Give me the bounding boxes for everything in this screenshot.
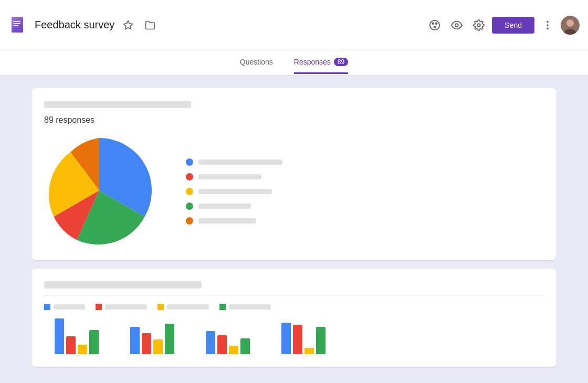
svg-rect-2: [14, 21, 20, 22]
palette-button[interactable]: [426, 16, 444, 34]
svg-point-16: [547, 24, 549, 26]
chart-row: [44, 135, 544, 248]
svg-point-11: [436, 23, 437, 24]
legend-item-2: [186, 173, 282, 180]
bar-1-3: [78, 345, 87, 354]
card1-title-skeleton: [44, 101, 191, 108]
legend-label-4: [198, 204, 251, 209]
pie-legend: [186, 158, 282, 225]
bar-3-4: [240, 338, 250, 354]
legend-label-5: [198, 218, 256, 224]
svg-rect-1: [12, 17, 23, 33]
bar-chart-header: [44, 281, 544, 289]
svg-rect-7: [13, 25, 14, 26]
bar-4-4: [316, 327, 326, 354]
bar-chart-card: [32, 269, 556, 367]
bar-group-1: [55, 318, 99, 354]
header-left: Feedback survey: [8, 15, 426, 36]
legend-item-4: [186, 203, 282, 210]
tab-questions[interactable]: Questions: [240, 51, 273, 74]
svg-point-9: [430, 20, 439, 29]
legend-dot-4: [186, 203, 193, 210]
forms-icon: [8, 15, 29, 36]
bar-3-3: [229, 346, 238, 354]
legend-item-1: [186, 158, 282, 166]
tab-bar: Questions Responses 89: [0, 50, 588, 76]
bar-legend-label-3: [167, 304, 209, 310]
bar-legend-label-1: [54, 304, 85, 310]
pie-chart: [44, 135, 154, 248]
svg-point-19: [566, 19, 574, 27]
bar-legend-item-3: [158, 304, 209, 310]
bar-group-4: [281, 323, 326, 354]
bar-legend-item-1: [44, 304, 85, 310]
send-button[interactable]: Send: [492, 17, 534, 34]
app-header: Feedback survey: [0, 0, 588, 50]
responses-badge: 89: [334, 58, 348, 66]
bar-groups: [44, 318, 544, 354]
bar-group-3: [206, 331, 250, 354]
bar-legend-swatch-1: [44, 304, 50, 310]
header-right: Send: [426, 16, 580, 35]
main-content: 89 responses: [0, 76, 588, 383]
settings-button[interactable]: [470, 16, 488, 34]
more-options-button[interactable]: [539, 16, 556, 34]
legend-label-1: [198, 159, 282, 165]
legend-item-3: [186, 188, 282, 195]
svg-rect-4: [14, 25, 18, 26]
response-count: 89 responses: [44, 115, 544, 125]
bar-legend-item-4: [219, 304, 271, 310]
svg-point-17: [547, 27, 549, 29]
svg-point-14: [478, 24, 481, 27]
svg-point-13: [456, 24, 459, 27]
bar-4-2: [293, 325, 302, 354]
card2-divider: [44, 295, 544, 295]
legend-label-2: [198, 174, 261, 179]
legend-label-3: [198, 189, 272, 194]
bar-1-2: [66, 336, 76, 354]
user-avatar[interactable]: [561, 16, 580, 35]
bar-legend-label-4: [229, 304, 271, 310]
legend-dot-1: [186, 158, 193, 166]
bar-legend-swatch-4: [219, 304, 226, 310]
legend-item-5: [186, 217, 282, 225]
bar-3-1: [206, 331, 215, 354]
svg-rect-3: [14, 23, 20, 24]
bar-1-1: [55, 318, 64, 354]
bar-2-2: [142, 333, 151, 354]
bar-4-1: [281, 323, 291, 354]
svg-rect-5: [13, 20, 14, 22]
preview-button[interactable]: [448, 16, 466, 34]
bar-2-4: [165, 324, 174, 354]
svg-marker-8: [124, 20, 133, 29]
legend-dot-2: [186, 173, 193, 180]
svg-point-12: [434, 26, 436, 28]
bar-4-3: [304, 348, 314, 354]
star-button[interactable]: [120, 17, 136, 34]
tab-responses[interactable]: Responses 89: [294, 51, 348, 74]
bar-2-3: [153, 339, 163, 354]
document-title: Feedback survey: [35, 19, 114, 31]
move-to-folder-button[interactable]: [142, 17, 159, 34]
legend-dot-3: [186, 188, 193, 195]
legend-dot-5: [186, 217, 193, 225]
svg-rect-6: [13, 23, 14, 24]
bar-3-2: [217, 335, 227, 354]
pie-chart-card: 89 responses: [32, 88, 556, 260]
bar-chart-legend: [44, 304, 544, 310]
bar-1-4: [89, 330, 99, 354]
bar-group-2: [130, 324, 174, 354]
bar-legend-label-2: [105, 304, 147, 310]
bar-legend-swatch-2: [96, 304, 102, 310]
card2-title-skeleton: [44, 281, 202, 289]
svg-point-10: [433, 23, 434, 24]
svg-point-15: [547, 20, 549, 23]
bar-legend-swatch-3: [158, 304, 164, 310]
bar-legend-item-2: [96, 304, 147, 310]
bar-2-1: [130, 327, 140, 354]
